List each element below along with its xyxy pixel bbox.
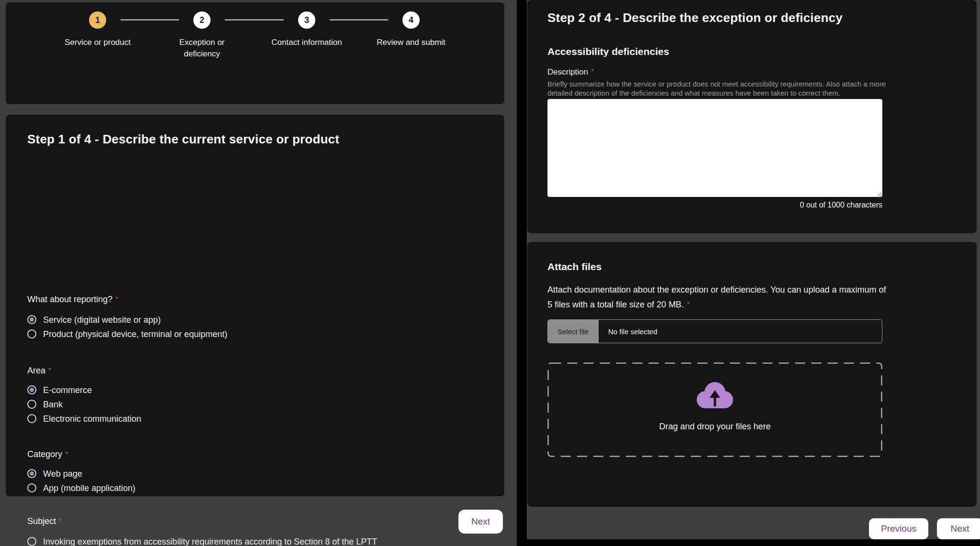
file-status-text: No file selected: [599, 320, 657, 343]
section-heading-attach-files: Attach files: [547, 261, 601, 273]
required-marker: *: [65, 449, 68, 458]
step-label: Review and submit: [377, 37, 445, 48]
step-number-badge: 4: [402, 11, 420, 29]
question-label-area: Area*: [27, 366, 51, 376]
question-text: Subject: [27, 516, 56, 526]
radio-option-label: Electronic communication: [43, 412, 141, 426]
radio-option-web-page[interactable]: Web page: [27, 467, 82, 481]
radio-button[interactable]: [27, 400, 36, 409]
page-title: Step 1 of 4 - Describe the current servi…: [27, 132, 339, 147]
radio-option-product[interactable]: Product (physical device, terminal or eq…: [27, 327, 227, 341]
radio-option-ecommerce[interactable]: E-commerce: [27, 383, 92, 397]
radio-button-selected[interactable]: [27, 469, 36, 478]
step-label: Service or product: [65, 37, 131, 48]
instructions-text: Attach documentation about the exception…: [547, 285, 886, 309]
step1-form-card: Step 1 of 4 - Describe the current servi…: [6, 115, 504, 496]
step-number-badge: 3: [298, 11, 315, 29]
radio-option-bank[interactable]: Bank: [27, 397, 63, 412]
next-button[interactable]: Next: [458, 510, 503, 534]
attach-instructions: Attach documentation about the exception…: [547, 283, 888, 312]
description-label: Description*: [547, 67, 594, 77]
radio-button-selected[interactable]: [27, 315, 36, 324]
cloud-upload-icon: [694, 381, 735, 409]
character-counter: 0 out of 1000 characters: [547, 201, 882, 209]
required-marker: *: [48, 366, 51, 374]
radio-option-label: Product (physical device, terminal or eq…: [43, 327, 227, 341]
file-input[interactable]: Select file No file selected: [547, 319, 882, 343]
step-number-badge: 2: [193, 11, 211, 29]
previous-button[interactable]: Previous: [869, 518, 928, 539]
required-marker: *: [115, 295, 118, 303]
required-marker: *: [687, 300, 690, 308]
radio-button-selected[interactable]: [27, 385, 36, 394]
file-dropzone[interactable]: Drag and drop your files here: [547, 362, 882, 457]
step-number-badge: 1: [89, 11, 106, 29]
radio-button[interactable]: [27, 537, 36, 546]
question-text: Area: [27, 366, 45, 375]
radio-option-app[interactable]: App (mobile application): [27, 481, 135, 495]
radio-option-label: Web page: [43, 467, 82, 481]
radio-option-label: App (mobile application): [43, 481, 135, 495]
stepper-step-service-or-product[interactable]: 1 Service or product: [52, 11, 143, 48]
stepper-step-contact-information[interactable]: 3 Contact information: [261, 11, 352, 48]
stepper-step-exception-or-deficiency[interactable]: 2 Exception or deficiency: [156, 11, 247, 60]
attach-files-card: Attach files Attach documentation about …: [527, 242, 977, 507]
required-marker: *: [59, 516, 62, 524]
required-marker: *: [591, 67, 594, 75]
description-textarea[interactable]: [547, 99, 882, 197]
step-label: Exception or deficiency: [162, 37, 242, 60]
radio-option-label: E-commerce: [43, 383, 92, 397]
radio-button[interactable]: [27, 329, 36, 339]
radio-option-invoking-exemptions[interactable]: Invoking exemptions from accessibility r…: [27, 535, 377, 546]
stepper: 1 Service or product 2 Exception or defi…: [6, 2, 504, 104]
radio-option-label: Service (digital website or app): [43, 313, 161, 327]
next-button[interactable]: Next: [937, 518, 980, 539]
step2-window: Step 2 of 4 - Describe the exception or …: [527, 0, 980, 539]
select-file-button[interactable]: Select file: [548, 320, 599, 343]
step1-window: 1 Service or product 2 Exception or defi…: [0, 0, 517, 546]
label-text: Description: [547, 67, 588, 76]
description-hint: Briefly summarize how the service or pro…: [547, 79, 890, 98]
question-text: Category: [27, 449, 62, 459]
page-title: Step 2 of 4 - Describe the exception or …: [547, 11, 843, 25]
radio-option-label: Bank: [43, 397, 63, 412]
question-label-category: Category*: [27, 449, 68, 459]
stepper-step-review-and-submit[interactable]: 4 Review and submit: [366, 11, 457, 48]
radio-option-electronic-communication[interactable]: Electronic communication: [27, 412, 141, 426]
radio-option-label: Invoking exemptions from accessibility r…: [43, 535, 377, 546]
radio-button[interactable]: [27, 414, 36, 423]
step2-description-card: Step 2 of 4 - Describe the exception or …: [527, 0, 977, 233]
radio-option-service[interactable]: Service (digital website or app): [27, 313, 161, 327]
question-text: What about reporting?: [27, 295, 112, 304]
step-label: Contact information: [271, 37, 342, 48]
question-label-what-about-reporting: What about reporting?*: [27, 295, 118, 305]
radio-button[interactable]: [27, 483, 36, 492]
question-label-subject: Subject*: [27, 516, 62, 526]
dropzone-text: Drag and drop your files here: [547, 422, 882, 432]
section-heading-accessibility-deficiencies: Accessibility deficiencies: [547, 46, 669, 57]
dashed-border: [547, 362, 882, 457]
